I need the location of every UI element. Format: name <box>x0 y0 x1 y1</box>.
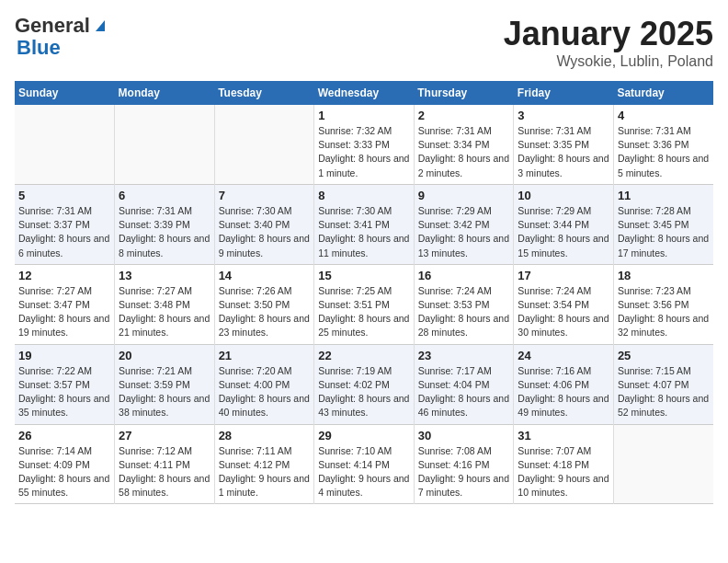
calendar-header: SundayMondayTuesdayWednesdayThursdayFrid… <box>15 81 713 105</box>
calendar-body: 1Sunrise: 7:32 AM Sunset: 3:33 PM Daylig… <box>15 105 713 504</box>
calendar-cell: 1Sunrise: 7:32 AM Sunset: 3:33 PM Daylig… <box>314 105 415 184</box>
day-number: 29 <box>318 429 410 442</box>
calendar-row: 5Sunrise: 7:31 AM Sunset: 3:37 PM Daylig… <box>15 184 713 264</box>
day-info: Sunrise: 7:31 AM Sunset: 3:34 PM Dayligh… <box>418 124 510 180</box>
calendar-row: 26Sunrise: 7:14 AM Sunset: 4:09 PM Dayli… <box>15 424 713 504</box>
day-info: Sunrise: 7:07 AM Sunset: 4:18 PM Dayligh… <box>518 444 609 500</box>
day-number: 27 <box>119 429 210 442</box>
day-info: Sunrise: 7:14 AM Sunset: 4:09 PM Dayligh… <box>18 444 110 500</box>
day-number: 2 <box>418 109 510 122</box>
day-number: 1 <box>318 109 410 122</box>
day-number: 20 <box>119 349 210 362</box>
logo-icon <box>92 17 108 33</box>
day-number: 15 <box>318 269 410 282</box>
calendar-cell: 7Sunrise: 7:30 AM Sunset: 3:40 PM Daylig… <box>214 184 314 264</box>
day-number: 7 <box>219 189 311 202</box>
day-number: 19 <box>18 349 110 362</box>
header-cell-tuesday: Tuesday <box>214 81 314 105</box>
calendar-cell: 21Sunrise: 7:20 AM Sunset: 4:00 PM Dayli… <box>214 344 314 424</box>
calendar-cell: 13Sunrise: 7:27 AM Sunset: 3:48 PM Dayli… <box>115 264 215 344</box>
day-number: 28 <box>219 429 311 442</box>
header-cell-thursday: Thursday <box>414 81 514 105</box>
calendar-cell: 22Sunrise: 7:19 AM Sunset: 4:02 PM Dayli… <box>314 344 415 424</box>
calendar-cell: 9Sunrise: 7:29 AM Sunset: 3:42 PM Daylig… <box>414 184 514 264</box>
day-number: 14 <box>219 269 311 282</box>
header-cell-monday: Monday <box>115 81 215 105</box>
calendar-cell: 6Sunrise: 7:31 AM Sunset: 3:39 PM Daylig… <box>115 184 215 264</box>
title-block: January 2025 Wysokie, Lublin, Poland <box>504 15 713 70</box>
day-number: 31 <box>518 429 609 442</box>
day-number: 26 <box>18 429 110 442</box>
day-info: Sunrise: 7:16 AM Sunset: 4:06 PM Dayligh… <box>518 364 609 420</box>
calendar-cell: 2Sunrise: 7:31 AM Sunset: 3:34 PM Daylig… <box>414 105 514 184</box>
day-info: Sunrise: 7:24 AM Sunset: 3:53 PM Dayligh… <box>418 284 510 340</box>
calendar-cell <box>214 105 314 184</box>
day-number: 25 <box>618 349 710 362</box>
day-info: Sunrise: 7:20 AM Sunset: 4:00 PM Dayligh… <box>219 364 311 420</box>
calendar-cell: 28Sunrise: 7:11 AM Sunset: 4:12 PM Dayli… <box>214 424 314 504</box>
calendar-cell: 4Sunrise: 7:31 AM Sunset: 3:36 PM Daylig… <box>613 105 713 184</box>
day-info: Sunrise: 7:22 AM Sunset: 3:57 PM Dayligh… <box>18 364 110 420</box>
calendar-cell: 3Sunrise: 7:31 AM Sunset: 3:35 PM Daylig… <box>514 105 614 184</box>
calendar-cell: 26Sunrise: 7:14 AM Sunset: 4:09 PM Dayli… <box>15 424 115 504</box>
calendar-cell: 20Sunrise: 7:21 AM Sunset: 3:59 PM Dayli… <box>115 344 215 424</box>
calendar-row: 1Sunrise: 7:32 AM Sunset: 3:33 PM Daylig… <box>15 105 713 184</box>
calendar-cell: 14Sunrise: 7:26 AM Sunset: 3:50 PM Dayli… <box>214 264 314 344</box>
day-info: Sunrise: 7:15 AM Sunset: 4:07 PM Dayligh… <box>618 364 710 420</box>
day-number: 11 <box>618 189 710 202</box>
calendar-cell: 29Sunrise: 7:10 AM Sunset: 4:14 PM Dayli… <box>314 424 415 504</box>
day-number: 23 <box>418 349 510 362</box>
day-info: Sunrise: 7:31 AM Sunset: 3:36 PM Dayligh… <box>618 124 710 180</box>
day-info: Sunrise: 7:26 AM Sunset: 3:50 PM Dayligh… <box>219 284 311 340</box>
calendar-cell: 27Sunrise: 7:12 AM Sunset: 4:11 PM Dayli… <box>115 424 215 504</box>
calendar-cell <box>15 105 115 184</box>
day-info: Sunrise: 7:29 AM Sunset: 3:42 PM Dayligh… <box>418 204 510 260</box>
day-info: Sunrise: 7:17 AM Sunset: 4:04 PM Dayligh… <box>418 364 510 420</box>
day-number: 5 <box>18 189 110 202</box>
logo-blue-text: Blue <box>17 37 108 59</box>
calendar-cell: 10Sunrise: 7:29 AM Sunset: 3:44 PM Dayli… <box>514 184 614 264</box>
day-number: 22 <box>318 349 410 362</box>
day-number: 17 <box>518 269 609 282</box>
header-cell-friday: Friday <box>514 81 614 105</box>
calendar-row: 19Sunrise: 7:22 AM Sunset: 3:57 PM Dayli… <box>15 344 713 424</box>
calendar-row: 12Sunrise: 7:27 AM Sunset: 3:47 PM Dayli… <box>15 264 713 344</box>
calendar-cell: 19Sunrise: 7:22 AM Sunset: 3:57 PM Dayli… <box>15 344 115 424</box>
calendar-cell <box>115 105 215 184</box>
logo-general-text: General <box>15 15 90 37</box>
day-number: 10 <box>518 189 609 202</box>
calendar-cell: 25Sunrise: 7:15 AM Sunset: 4:07 PM Dayli… <box>613 344 713 424</box>
day-number: 18 <box>618 269 710 282</box>
day-info: Sunrise: 7:12 AM Sunset: 4:11 PM Dayligh… <box>119 444 210 500</box>
day-info: Sunrise: 7:30 AM Sunset: 3:41 PM Dayligh… <box>318 204 410 260</box>
day-info: Sunrise: 7:31 AM Sunset: 3:39 PM Dayligh… <box>119 204 210 260</box>
day-info: Sunrise: 7:27 AM Sunset: 3:47 PM Dayligh… <box>18 284 110 340</box>
day-number: 13 <box>119 269 210 282</box>
calendar-cell: 16Sunrise: 7:24 AM Sunset: 3:53 PM Dayli… <box>414 264 514 344</box>
day-number: 16 <box>418 269 510 282</box>
calendar-cell: 30Sunrise: 7:08 AM Sunset: 4:16 PM Dayli… <box>414 424 514 504</box>
day-info: Sunrise: 7:24 AM Sunset: 3:54 PM Dayligh… <box>518 284 609 340</box>
page-header: General Blue January 2025 Wysokie, Lubli… <box>15 15 713 70</box>
day-number: 4 <box>618 109 710 122</box>
day-info: Sunrise: 7:27 AM Sunset: 3:48 PM Dayligh… <box>119 284 210 340</box>
page-subtitle: Wysokie, Lublin, Poland <box>504 53 713 70</box>
day-number: 6 <box>119 189 210 202</box>
header-cell-sunday: Sunday <box>15 81 115 105</box>
calendar-cell: 17Sunrise: 7:24 AM Sunset: 3:54 PM Dayli… <box>514 264 614 344</box>
calendar-cell: 8Sunrise: 7:30 AM Sunset: 3:41 PM Daylig… <box>314 184 415 264</box>
day-info: Sunrise: 7:30 AM Sunset: 3:40 PM Dayligh… <box>219 204 311 260</box>
day-info: Sunrise: 7:25 AM Sunset: 3:51 PM Dayligh… <box>318 284 410 340</box>
calendar-cell: 12Sunrise: 7:27 AM Sunset: 3:47 PM Dayli… <box>15 264 115 344</box>
day-info: Sunrise: 7:28 AM Sunset: 3:45 PM Dayligh… <box>618 204 710 260</box>
day-number: 3 <box>518 109 609 122</box>
day-info: Sunrise: 7:10 AM Sunset: 4:14 PM Dayligh… <box>318 444 410 500</box>
calendar-cell <box>613 424 713 504</box>
calendar-cell: 18Sunrise: 7:23 AM Sunset: 3:56 PM Dayli… <box>613 264 713 344</box>
calendar-cell: 11Sunrise: 7:28 AM Sunset: 3:45 PM Dayli… <box>613 184 713 264</box>
calendar-table: SundayMondayTuesdayWednesdayThursdayFrid… <box>15 81 713 504</box>
header-row: SundayMondayTuesdayWednesdayThursdayFrid… <box>15 81 713 105</box>
day-info: Sunrise: 7:11 AM Sunset: 4:12 PM Dayligh… <box>219 444 311 500</box>
day-number: 9 <box>418 189 510 202</box>
logo: General Blue <box>15 15 108 59</box>
